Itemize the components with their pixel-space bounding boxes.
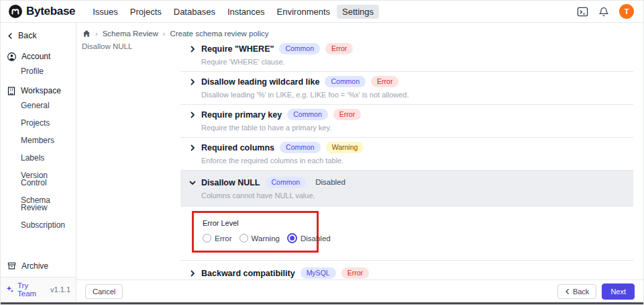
main-nav: Issues Projects Databases Instances Envi… xyxy=(87,5,379,19)
radio-option-warning[interactable]: Warning xyxy=(239,234,280,243)
radio-option-error[interactable]: Error xyxy=(203,234,232,243)
chevron-right-icon xyxy=(189,144,196,151)
nav-item-settings[interactable]: Settings xyxy=(337,5,379,19)
next-button[interactable]: Next xyxy=(602,284,635,300)
rule-detail-panel: Error Level Error Warning xyxy=(180,207,633,261)
nav-item-databases[interactable]: Databases xyxy=(168,5,221,19)
breadcrumb-separator: › xyxy=(163,30,166,38)
rule-description: Enforce the required columns in each tab… xyxy=(201,157,633,165)
badge-engine: Common xyxy=(280,142,321,153)
chevron-right-icon xyxy=(189,46,196,52)
chevron-right-icon xyxy=(189,270,196,277)
radio-icon-checked[interactable] xyxy=(287,233,297,243)
back-button[interactable]: Back xyxy=(557,284,596,299)
radio-icon[interactable] xyxy=(239,234,248,243)
brand-name: Bytebase xyxy=(26,5,75,18)
navbar-right: T xyxy=(576,4,634,19)
nav-item-issues[interactable]: Issues xyxy=(87,5,123,19)
badge-engine: MySQL xyxy=(301,267,336,279)
main-content: › Schema Review › Create schema review p… xyxy=(76,23,643,302)
bytebase-logo-icon xyxy=(9,5,22,18)
breadcrumb-create-policy[interactable]: Create schema review policy xyxy=(170,30,268,38)
rule-description: Columns cannot have NULL value. xyxy=(201,191,633,200)
nav-item-projects[interactable]: Projects xyxy=(125,5,167,19)
badge-engine: Common xyxy=(287,109,328,120)
badge-level: Error xyxy=(371,76,398,87)
bytebase-logo[interactable]: Bytebase xyxy=(9,5,75,18)
chevron-right-icon xyxy=(189,79,196,85)
nav-item-environments[interactable]: Environments xyxy=(272,5,335,19)
chevron-left-icon xyxy=(7,33,13,39)
chevron-right-icon xyxy=(189,112,196,118)
back-link[interactable]: Back xyxy=(1,23,76,46)
sidebar-item-schema-review[interactable]: Schema Review xyxy=(1,193,76,215)
try-team-link[interactable]: Try Team xyxy=(17,281,47,298)
sidebar-item-projects[interactable]: Projects xyxy=(1,116,76,130)
sidebar-item-labels[interactable]: Labels xyxy=(1,151,76,165)
error-level-label: Error Level xyxy=(203,219,308,227)
badge-level: Error xyxy=(333,109,361,120)
sidebar-item-general[interactable]: General xyxy=(1,99,76,113)
rule-header[interactable]: Require "WHERE" Common Error xyxy=(189,43,633,54)
breadcrumb-schema-review[interactable]: Schema Review xyxy=(103,30,158,38)
error-level-annotation-box: Error Level Error Warning xyxy=(192,211,319,253)
rule-header[interactable]: Backward compatibility MySQL Error xyxy=(189,267,633,279)
archive-icon xyxy=(7,262,16,270)
sidebar-section-account[interactable]: Account xyxy=(1,46,76,64)
user-icon xyxy=(7,52,16,61)
chevron-down-icon xyxy=(189,179,196,186)
app-window: Bytebase Issues Projects Databases Insta… xyxy=(0,0,644,305)
sidebar-item-version-control[interactable]: Version Control xyxy=(1,169,76,190)
settings-sidebar: Back Account Profile Workspace xyxy=(1,23,76,302)
rule-header[interactable]: Disallow NULL Common Disabled xyxy=(189,177,633,188)
badge-engine: Common xyxy=(266,177,307,188)
badge-level: Error xyxy=(325,43,353,54)
window-bottom-edge xyxy=(1,302,643,304)
user-avatar[interactable]: T xyxy=(619,4,634,19)
sidebar-item-subscription[interactable]: Subscription xyxy=(1,218,76,232)
cancel-button[interactable]: Cancel xyxy=(85,284,123,299)
rule-description: Require 'WHERE' clause. xyxy=(201,58,633,66)
chevron-left-icon xyxy=(565,289,570,294)
page-label: Disallow NULL xyxy=(76,39,180,50)
rule-disallow-null: Disallow NULL Common Disabled Columns ca… xyxy=(180,171,633,207)
rule-description: Require the table to have a primary key. xyxy=(201,124,633,132)
rule-header[interactable]: Require primary key Common Error xyxy=(189,109,633,120)
terminal-icon[interactable] xyxy=(576,5,588,17)
building-icon xyxy=(7,87,15,95)
radio-option-disabled[interactable]: Disabled xyxy=(287,233,331,243)
sidebar-item-members[interactable]: Members xyxy=(1,134,76,148)
plan-row: Try Team v1.1.1 xyxy=(1,277,76,302)
badge-level: Warning xyxy=(326,142,364,153)
radio-icon[interactable] xyxy=(203,234,211,243)
home-icon[interactable] xyxy=(82,29,91,38)
rules-list: Require "WHERE" Common Error Require 'WH… xyxy=(180,39,633,296)
rule-disallow-leading-wildcard: Disallow leading wildcard like Common Er… xyxy=(180,72,633,105)
error-level-options: Error Warning Disabled xyxy=(203,233,308,243)
bell-icon[interactable] xyxy=(598,5,610,17)
badge-level: Error xyxy=(341,267,369,279)
badge-level: Disabled xyxy=(311,177,347,188)
nav-item-instances[interactable]: Instances xyxy=(222,5,270,19)
rule-description: Disallow leading '%' in LIKE, e.g. LIKE … xyxy=(201,91,633,99)
breadcrumb: › Schema Review › Create schema review p… xyxy=(76,23,643,39)
rule-header[interactable]: Required columns Common Warning xyxy=(189,142,633,153)
rule-required-columns: Required columns Common Warning Enforce … xyxy=(180,138,633,171)
rule-require-where: Require "WHERE" Common Error Require 'WH… xyxy=(180,39,633,72)
sidebar-section-workspace[interactable]: Workspace xyxy=(1,80,76,99)
sidebar-item-profile[interactable]: Profile xyxy=(1,64,76,79)
wizard-footer: Cancel Back Next xyxy=(76,279,643,302)
badge-engine: Common xyxy=(325,76,366,87)
rule-require-primary-key: Require primary key Common Error Require… xyxy=(180,105,633,138)
rule-header[interactable]: Disallow leading wildcard like Common Er… xyxy=(189,76,633,87)
breadcrumb-separator: › xyxy=(95,30,98,38)
sparkle-icon xyxy=(6,286,14,294)
version-label: v1.1.1 xyxy=(50,286,70,294)
archive-link[interactable]: Archive xyxy=(1,256,76,277)
top-navbar: Bytebase Issues Projects Databases Insta… xyxy=(1,1,643,23)
badge-engine: Common xyxy=(279,43,320,54)
